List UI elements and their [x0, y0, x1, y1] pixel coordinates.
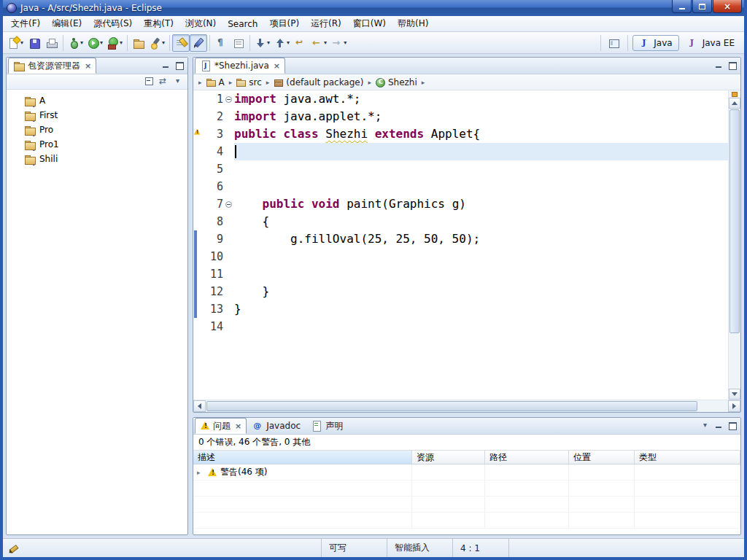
dropdown-arrow-icon[interactable]: ▾	[162, 39, 165, 46]
javaee-perspective-button[interactable]: Java EE	[681, 35, 741, 51]
menu-item[interactable]: 文件(F)	[5, 15, 46, 32]
tree-item[interactable]: JA	[7, 93, 187, 108]
code-line-text[interactable]	[234, 160, 728, 178]
breadcrumb-item[interactable]: src	[235, 77, 263, 88]
menu-item[interactable]: 运行(R)	[305, 15, 347, 32]
last-edit-location-button[interactable]	[292, 34, 309, 52]
breadcrumb-arrow-icon[interactable]: ▸	[264, 79, 272, 86]
breadcrumb-arrow-icon[interactable]: ▸	[196, 79, 204, 86]
menu-item[interactable]: Search	[222, 17, 263, 31]
code-line-text[interactable]	[234, 318, 728, 335]
minimize-problems-button[interactable]	[713, 420, 725, 432]
toggle-smart-insert-button[interactable]	[190, 34, 207, 52]
scroll-down-button[interactable]	[729, 389, 740, 400]
vertical-scrollbar[interactable]	[728, 90, 740, 400]
line-number[interactable]: 3	[203, 125, 223, 143]
scroll-right-button[interactable]	[728, 400, 740, 412]
code-line-text[interactable]: g.fillOval(25, 25, 50, 50);	[234, 230, 728, 248]
breadcrumb-arrow-icon[interactable]: ▸	[365, 79, 374, 86]
dropdown-arrow-icon[interactable]: ▾	[287, 39, 290, 46]
menu-item[interactable]: 窗口(W)	[347, 15, 392, 32]
forward-button[interactable]: ▾	[329, 34, 349, 52]
collapse-fold-icon[interactable]	[225, 201, 232, 208]
tab-decl[interactable]: 声明	[306, 418, 348, 434]
line-number[interactable]: 11	[203, 265, 223, 283]
minimize-button[interactable]	[672, 0, 692, 13]
breadcrumb-arrow-icon[interactable]: ▸	[227, 79, 235, 86]
show-whitespace-button[interactable]	[212, 34, 230, 52]
external-tools-button[interactable]: ▾	[105, 34, 125, 52]
code-area[interactable]: 1import java.awt.*;2import java.applet.*…	[193, 90, 728, 400]
line-number[interactable]: 12	[203, 283, 223, 300]
java-search-button[interactable]: ▾	[147, 34, 167, 52]
dropdown-arrow-icon[interactable]: ▾	[324, 39, 327, 46]
maximize-button[interactable]	[692, 0, 712, 13]
line-number[interactable]: 9	[203, 230, 223, 248]
maximize-editor-button[interactable]	[727, 60, 738, 71]
code-line-text[interactable]: public void paint(Graphics g)	[234, 195, 728, 213]
java-perspective-button[interactable]: Java	[632, 35, 678, 51]
close-button[interactable]: ×	[713, 0, 742, 13]
save-button[interactable]	[26, 34, 43, 52]
menu-item[interactable]: 编辑(E)	[46, 15, 88, 32]
dropdown-arrow-icon[interactable]: ▾	[120, 39, 123, 46]
column-header[interactable]: 位置	[569, 451, 635, 464]
scroll-left-button[interactable]	[193, 400, 206, 412]
minimize-editor-button[interactable]	[713, 60, 725, 71]
open-task-button[interactable]	[230, 34, 247, 52]
scroll-up-button[interactable]	[729, 98, 740, 109]
code-line-text[interactable]	[234, 248, 728, 265]
editor-tab[interactable]: *Shezhi.java ×	[195, 58, 285, 74]
tree-item[interactable]: JPro1	[7, 137, 187, 152]
code-line-text[interactable]: }	[234, 300, 728, 318]
dropdown-arrow-icon[interactable]: ▾	[267, 39, 270, 46]
breadcrumb-arrow-icon[interactable]: ▸	[419, 79, 427, 86]
link-with-editor-button[interactable]	[158, 76, 170, 88]
line-number[interactable]: 8	[203, 213, 223, 230]
code-line-text[interactable]: import java.applet.*;	[234, 108, 728, 125]
horizontal-scrollbar[interactable]	[193, 400, 740, 412]
code-line-text[interactable]: import java.awt.*;	[234, 90, 728, 108]
tab-warn[interactable]: 问题×	[195, 418, 247, 434]
run-button[interactable]: ▾	[85, 34, 105, 52]
maximize-view-button[interactable]	[174, 60, 185, 71]
new-wizard-button[interactable]: ▾	[6, 34, 26, 52]
maximize-problems-button[interactable]	[727, 420, 738, 432]
back-button[interactable]: ▾	[309, 34, 329, 52]
menu-item[interactable]: 源代码(S)	[88, 15, 138, 32]
line-number[interactable]: 7	[203, 195, 223, 213]
code-line-text[interactable]: {	[234, 213, 728, 230]
line-number[interactable]: 13	[203, 300, 223, 318]
line-number[interactable]: 6	[203, 178, 223, 195]
vertical-scroll-thumb[interactable]	[729, 109, 740, 333]
menu-item[interactable]: 重构(T)	[138, 15, 179, 32]
next-annotation-button[interactable]: ▾	[252, 34, 272, 52]
line-number[interactable]: 4	[203, 143, 223, 160]
tree-item[interactable]: JFirst	[7, 108, 187, 122]
line-number[interactable]: 10	[203, 248, 223, 265]
vertical-scroll-track[interactable]	[729, 109, 740, 389]
code-line-text[interactable]: public class Shezhi extends Applet{	[234, 125, 728, 143]
close-editor-icon[interactable]: ×	[274, 62, 280, 70]
expander-icon[interactable]: ▸	[197, 469, 204, 476]
menu-item[interactable]: 浏览(N)	[179, 15, 222, 32]
column-header[interactable]: 类型	[635, 451, 740, 464]
tree-item[interactable]: JPro	[7, 122, 187, 137]
problems-row[interactable]: ▸警告(46 项)	[193, 464, 740, 481]
view-menu-button[interactable]	[173, 76, 185, 88]
menu-item[interactable]: 帮助(H)	[392, 15, 434, 32]
column-header[interactable]: 资源	[412, 451, 485, 464]
tab-at[interactable]: Javadoc	[247, 418, 306, 434]
debug-button[interactable]: ▾	[66, 34, 85, 52]
line-number[interactable]: 1	[203, 90, 223, 108]
line-number[interactable]: 14	[203, 318, 223, 335]
code-line-text[interactable]: }	[234, 283, 728, 300]
code-line-text[interactable]	[234, 178, 728, 195]
breadcrumb-item[interactable]: Shezhi	[374, 77, 419, 88]
close-view-icon[interactable]: ×	[85, 62, 91, 70]
tree-item[interactable]: JShili	[7, 152, 187, 166]
minimize-view-button[interactable]	[160, 60, 172, 71]
new-java-project-button[interactable]	[130, 34, 147, 52]
menu-item[interactable]: 项目(P)	[263, 15, 305, 32]
dropdown-arrow-icon[interactable]: ▾	[80, 39, 83, 46]
